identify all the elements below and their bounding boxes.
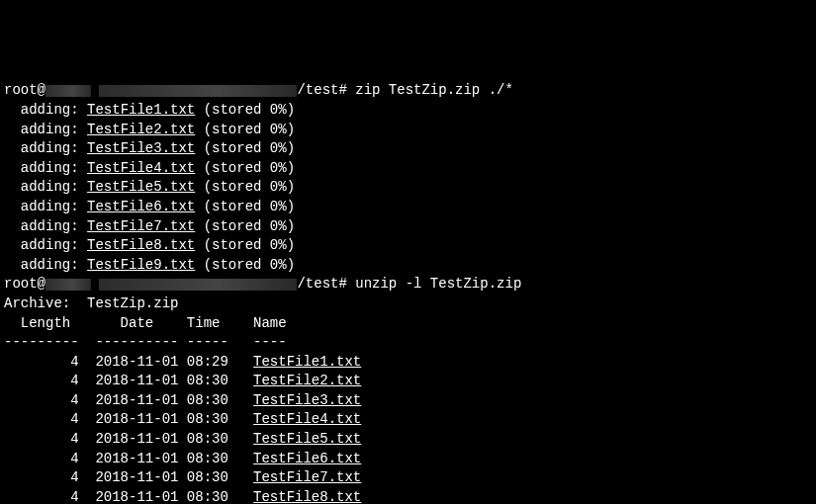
terminal-line: adding: TestFile8.txt (stored 0%) [4,236,812,256]
redacted-hostname [99,85,297,97]
terminal-line: 4 2018-11-01 08:30 TestFile7.txt [4,468,812,488]
terminal-line: adding: TestFile2.txt (stored 0%) [4,121,812,140]
listing-row-pre: 4 2018-11-01 08:30 [4,451,253,466]
terminal-line: adding: TestFile6.txt (stored 0%) [4,198,812,217]
redacted-hostname [45,279,91,291]
archive-line: Archive: TestZip.zip [4,295,178,311]
redacted-hostname [45,85,91,97]
terminal-line: 4 2018-11-01 08:30 TestFile4.txt [4,410,812,430]
listing-filename: TestFile2.txt [253,373,361,388]
listing-sep: --------- ---------- ----- ---- [4,334,287,350]
adding-label: adding: [21,122,79,137]
added-file: TestFile2.txt [87,122,195,137]
terminal-line: 4 2018-11-01 08:30 TestFile2.txt [4,372,812,391]
added-file: TestFile7.txt [87,218,195,234]
terminal-line: Length Date Time Name [4,314,812,334]
added-file: TestFile6.txt [87,199,195,214]
adding-label: adding: [21,140,79,156]
listing-filename: TestFile4.txt [253,411,361,427]
listing-filename: TestFile7.txt [253,469,361,485]
terminal-line: 4 2018-11-01 08:30 TestFile8.txt [4,488,812,504]
terminal-line: adding: TestFile9.txt (stored 0%) [4,256,812,276]
added-file: TestFile3.txt [87,140,195,156]
adding-status: (stored 0%) [204,237,295,253]
terminal-line: root@ /test# zip TestZip.zip ./* [4,81,812,101]
adding-label: adding: [21,199,79,214]
command-input[interactable]: zip TestZip.zip ./* [355,82,513,98]
listing-row-pre: 4 2018-11-01 08:30 [4,469,253,485]
listing-filename: TestFile5.txt [253,431,361,447]
terminal-line: adding: TestFile5.txt (stored 0%) [4,178,812,198]
redacted-hostname [99,279,297,291]
adding-label: adding: [21,160,79,176]
terminal-line: Archive: TestZip.zip [4,294,812,314]
added-file: TestFile5.txt [87,179,195,195]
prompt-path: /test# [297,82,346,98]
adding-label: adding: [21,102,79,118]
adding-status: (stored 0%) [204,218,295,234]
listing-row-pre: 4 2018-11-01 08:30 [4,431,253,447]
listing-row-pre: 4 2018-11-01 08:30 [4,392,253,408]
adding-status: (stored 0%) [204,257,295,273]
terminal-line: 4 2018-11-01 08:30 TestFile5.txt [4,430,812,450]
adding-label: adding: [21,257,79,273]
terminal-line: adding: TestFile7.txt (stored 0%) [4,217,812,237]
listing-filename: TestFile8.txt [253,489,361,504]
terminal-line: adding: TestFile3.txt (stored 0%) [4,139,812,159]
terminal-line: adding: TestFile4.txt (stored 0%) [4,159,812,179]
adding-status: (stored 0%) [204,179,295,195]
listing-filename: TestFile6.txt [253,451,361,466]
terminal-line: 4 2018-11-01 08:29 TestFile1.txt [4,353,812,373]
prompt-path: /test# [297,276,346,292]
adding-status: (stored 0%) [204,102,295,118]
adding-label: adding: [21,218,79,234]
listing-header: Length Date Time Name [4,315,287,331]
adding-label: adding: [21,237,79,253]
added-file: TestFile4.txt [87,160,195,176]
adding-label: adding: [21,179,79,195]
adding-status: (stored 0%) [204,122,295,137]
adding-status: (stored 0%) [204,199,295,214]
terminal-line: adding: TestFile1.txt (stored 0%) [4,101,812,121]
added-file: TestFile8.txt [87,237,195,253]
terminal-line: root@ /test# unzip -l TestZip.zip [4,275,812,294]
added-file: TestFile1.txt [87,102,195,118]
adding-status: (stored 0%) [204,160,295,176]
adding-status: (stored 0%) [204,140,295,156]
listing-row-pre: 4 2018-11-01 08:29 [4,354,253,370]
command-input[interactable]: unzip -l TestZip.zip [355,276,521,292]
listing-row-pre: 4 2018-11-01 08:30 [4,411,253,427]
prompt-user: root@ [4,276,45,292]
terminal-line: 4 2018-11-01 08:30 TestFile3.txt [4,391,812,411]
prompt-user: root@ [4,82,45,98]
listing-filename: TestFile3.txt [253,392,361,408]
listing-filename: TestFile1.txt [253,354,361,370]
terminal-output: root@ /test# zip TestZip.zip ./* adding:… [4,81,812,504]
listing-row-pre: 4 2018-11-01 08:30 [4,373,253,388]
terminal-line: --------- ---------- ----- ---- [4,333,812,353]
added-file: TestFile9.txt [87,257,195,273]
listing-row-pre: 4 2018-11-01 08:30 [4,489,253,504]
terminal-line: 4 2018-11-01 08:30 TestFile6.txt [4,450,812,469]
